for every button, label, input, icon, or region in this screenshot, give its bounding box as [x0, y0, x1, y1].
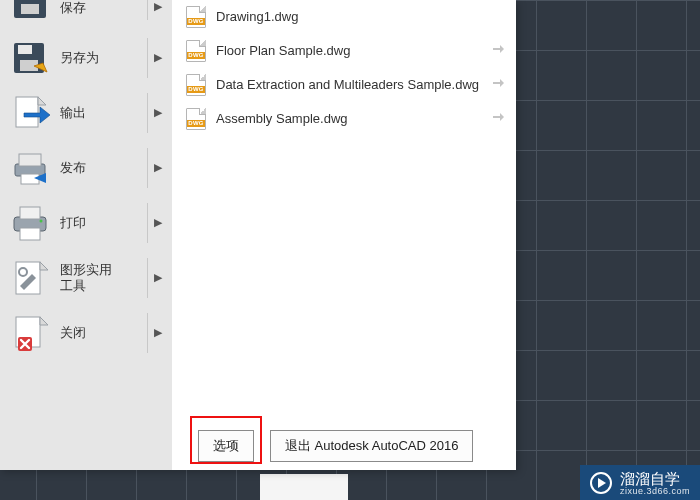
recent-file-name: Assembly Sample.dwg	[216, 111, 481, 127]
recent-file-name: Floor Plan Sample.dwg	[216, 43, 481, 59]
watermark-url: zixue.3d66.com	[620, 487, 690, 496]
menu-item-label: 打印	[56, 215, 137, 231]
menu-item-publish[interactable]: 发布 ▶	[0, 140, 172, 195]
chevron-right-icon: ▶	[154, 51, 164, 64]
divider	[147, 148, 148, 188]
recent-file-row[interactable]: DWGDrawing1.dwg	[172, 0, 516, 34]
play-icon	[590, 472, 612, 494]
exit-button[interactable]: 退出 Autodesk AutoCAD 2016	[270, 430, 473, 462]
pin-icon[interactable]	[491, 42, 506, 60]
chevron-right-icon: ▶	[154, 326, 164, 339]
menu-item-label: 发布	[56, 160, 137, 176]
chevron-right-icon: ▶	[154, 161, 164, 174]
pin-icon[interactable]	[491, 110, 506, 128]
svg-rect-9	[21, 174, 39, 184]
save-as-icon	[10, 38, 50, 78]
dwg-file-icon: DWG	[186, 108, 206, 130]
save-icon	[10, 0, 50, 24]
export-icon	[10, 93, 50, 133]
options-button[interactable]: 选项	[198, 430, 254, 462]
menu-item-label: 保存	[56, 0, 137, 16]
canvas-light-strip	[260, 474, 348, 500]
divider	[147, 313, 148, 353]
menu-item-close[interactable]: 关闭 ▶	[0, 305, 172, 360]
svg-rect-6	[16, 97, 38, 127]
menu-item-export[interactable]: 输出 ▶	[0, 85, 172, 140]
menu-item-label: 图形实用 工具	[56, 262, 137, 293]
recent-file-row[interactable]: DWGAssembly Sample.dwg	[172, 102, 516, 136]
dwg-file-icon: DWG	[186, 74, 206, 96]
application-menu: 保存 ▶ 另存为 ▶ 输出 ▶ 发布 ▶	[0, 0, 516, 470]
publish-icon	[10, 148, 50, 188]
chevron-right-icon: ▶	[154, 106, 164, 119]
svg-point-13	[40, 219, 43, 222]
dwg-file-icon: DWG	[186, 40, 206, 62]
recent-file-name: Data Extraction and Multileaders Sample.…	[216, 77, 481, 93]
menu-item-save[interactable]: 保存 ▶	[0, 0, 172, 30]
recent-file-row[interactable]: DWGData Extraction and Multileaders Samp…	[172, 68, 516, 102]
dwg-file-icon: DWG	[186, 6, 206, 28]
divider	[147, 258, 148, 298]
close-icon	[10, 313, 50, 353]
recent-file-name: Drawing1.dwg	[216, 9, 506, 25]
divider	[147, 203, 148, 243]
menu-item-print[interactable]: 打印 ▶	[0, 195, 172, 250]
recent-files-panel: DWGDrawing1.dwgDWGFloor Plan Sample.dwgD…	[172, 0, 516, 470]
utilities-icon	[10, 258, 50, 298]
divider	[147, 38, 148, 78]
svg-rect-8	[19, 154, 41, 166]
bottom-button-bar: 选项 退出 Autodesk AutoCAD 2016	[172, 422, 516, 470]
svg-rect-4	[18, 45, 32, 54]
chevron-right-icon: ▶	[154, 0, 164, 13]
menu-item-label: 关闭	[56, 325, 137, 341]
divider	[147, 93, 148, 133]
chevron-right-icon: ▶	[154, 216, 164, 229]
watermark: 溜溜自学 zixue.3d66.com	[580, 465, 700, 500]
menu-item-label: 另存为	[56, 50, 137, 66]
menu-item-save-as[interactable]: 另存为 ▶	[0, 30, 172, 85]
recent-files-list: DWGDrawing1.dwgDWGFloor Plan Sample.dwgD…	[172, 0, 516, 136]
pin-icon[interactable]	[491, 76, 506, 94]
svg-rect-12	[20, 228, 40, 240]
svg-rect-11	[20, 207, 40, 219]
svg-rect-2	[21, 4, 39, 14]
menu-item-utilities[interactable]: 图形实用 工具 ▶	[0, 250, 172, 305]
app-menu-sidebar: 保存 ▶ 另存为 ▶ 输出 ▶ 发布 ▶	[0, 0, 172, 470]
print-icon	[10, 203, 50, 243]
menu-item-label: 输出	[56, 105, 137, 121]
watermark-title: 溜溜自学	[620, 471, 690, 487]
chevron-right-icon: ▶	[154, 271, 164, 284]
recent-file-row[interactable]: DWGFloor Plan Sample.dwg	[172, 34, 516, 68]
divider	[147, 0, 148, 20]
